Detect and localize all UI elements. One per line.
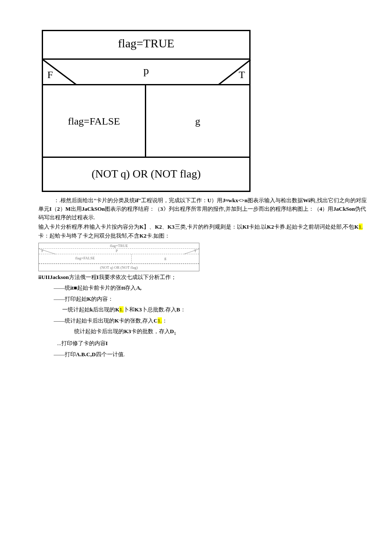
highlight: 1.	[119, 306, 124, 313]
paragraph-instructions: ：.根然后面给出“卡片的分类及统if”工程说明，完成以下工作：U）用J≈wkx<…	[38, 196, 371, 222]
svg-line-1	[218, 60, 251, 85]
list-item: ...打印修了卡的内容I	[38, 339, 371, 348]
highlight-k1: 1.	[359, 224, 363, 230]
branch-true: g	[146, 85, 249, 157]
list-item: 统计起始卡后出现的K3卡的批数，存入D1	[38, 327, 371, 337]
paragraph-card-rules: 输入卡片分析程序.杵输入卡片按内容分为K】、K2、K3三类,卡片的柞列规则是：以…	[38, 223, 371, 240]
diagram-row-condition: p F T	[43, 60, 249, 85]
condition-false-label: F	[47, 67, 53, 82]
list-item: ——打印A.B.C,D四个一计值.	[38, 350, 371, 359]
nassi-shneiderman-diagram-large: flag=TRUE p F T flag=FALSE g (NOT q) OR …	[42, 30, 251, 192]
analysis-tasks-list: ——统it■起始卡前卡片的张tt存入A,——打印起始K的内容：一统计起始k后出现…	[38, 284, 371, 358]
branch-false: flag=FALSE	[43, 85, 146, 157]
list-item: 一统计起始k后出现的K1.卜和K3卜总批数.存入B：	[38, 305, 371, 314]
nassi-shneiderman-diagram-small: flag=TRUE F P T flag=FALSE g (NOT q) OR …	[38, 243, 199, 271]
small-row-init: flag=TRUE	[39, 243, 199, 249]
diagram-row-branches: flag=FALSE g	[43, 85, 249, 158]
list-item: ——统it■起始卡前卡片的张tt存入A,	[38, 284, 371, 292]
small-row-branches: flag=FALSE g	[39, 254, 199, 264]
condition-p: p	[144, 62, 149, 79]
jackson-intro-line: iiUIIJackson方法俄一程I我要求依次七成以下分析工作；	[38, 273, 371, 282]
diagram-row-loop-cond: (NOT q) OR (NOT flag)	[43, 158, 249, 191]
condition-true-label: T	[239, 67, 245, 82]
diagram-row-init: flag=TRUE	[43, 31, 249, 60]
highlight: 1.	[158, 317, 162, 324]
list-item: ——统计起始卡后出现的K卡的张数,存入C1.：	[38, 317, 371, 325]
small-row-condition: F P T	[39, 249, 199, 254]
small-triangle-lines	[39, 249, 200, 254]
small-row-loop: (NOT q) OR (NOT flag)	[39, 264, 199, 271]
list-item: ——打印起始K的内容：	[38, 295, 371, 303]
svg-line-3	[184, 249, 200, 254]
